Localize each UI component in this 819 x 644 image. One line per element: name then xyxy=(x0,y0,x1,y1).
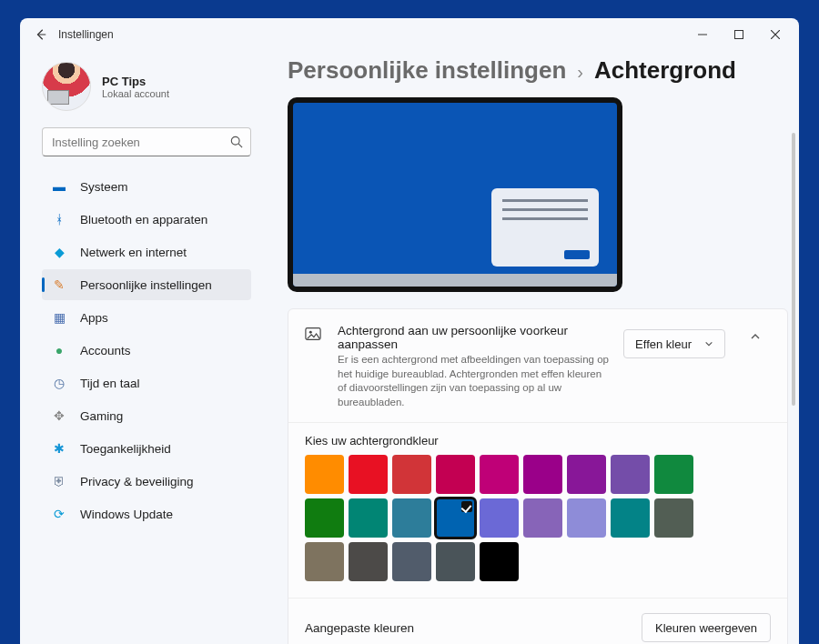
color-swatch-19[interactable] xyxy=(349,542,388,581)
scrollbar[interactable] xyxy=(792,133,795,406)
settings-window: Instellingen PC Tips Lokaal account ▬Sys… xyxy=(20,18,799,644)
breadcrumb: Persoonlijke instellingen › Achtergrond xyxy=(288,56,788,85)
color-swatch-9[interactable] xyxy=(305,498,344,538)
nav-personalization[interactable]: ✎Persoonlijke instellingen xyxy=(42,269,251,300)
desktop-preview-screen xyxy=(293,103,617,287)
profile-block[interactable]: PC Tips Lokaal account xyxy=(42,62,251,111)
background-card-description: Er is een achtergrond met afbeeldingen v… xyxy=(338,353,609,409)
color-swatch-13[interactable] xyxy=(480,498,519,538)
apps-icon: ▦ xyxy=(51,309,67,326)
custom-colors-row: Aangepaste kleuren Kleuren weergeven xyxy=(288,599,787,644)
titlebar: Instellingen xyxy=(20,18,799,51)
color-swatch-6[interactable] xyxy=(567,455,606,494)
minimize-button[interactable] xyxy=(684,21,721,48)
svg-rect-1 xyxy=(735,31,743,39)
color-swatch-18[interactable] xyxy=(305,542,344,581)
close-button[interactable] xyxy=(757,21,794,48)
color-swatch-11[interactable] xyxy=(392,498,431,538)
image-icon xyxy=(305,326,323,342)
sidebar: PC Tips Lokaal account ▬Systeem ᚼBluetoo… xyxy=(20,51,266,644)
window-title: Instellingen xyxy=(58,28,114,41)
accessibility-icon: ✱ xyxy=(51,440,67,457)
nav-privacy[interactable]: ⛨Privacy & beveiliging xyxy=(42,466,251,497)
color-swatch-7[interactable] xyxy=(611,455,650,494)
color-swatch-0[interactable] xyxy=(305,455,344,494)
nav-bluetooth[interactable]: ᚼBluetooth en apparaten xyxy=(42,204,251,235)
main-panel: Persoonlijke instellingen › Achtergrond … xyxy=(266,51,799,644)
color-swatch-16[interactable] xyxy=(611,498,650,538)
profile-name: PC Tips xyxy=(102,75,169,88)
color-swatch-17[interactable] xyxy=(654,498,693,538)
shield-icon: ⛨ xyxy=(51,473,67,489)
maximize-button[interactable] xyxy=(721,21,757,48)
nav-windows-update[interactable]: ⟳Windows Update xyxy=(42,498,251,529)
background-type-dropdown[interactable]: Effen kleur xyxy=(623,329,725,358)
show-colors-button[interactable]: Kleuren weergeven xyxy=(642,613,771,642)
color-swatch-10[interactable] xyxy=(349,498,388,538)
nav-accessibility[interactable]: ✱Toegankelijkheid xyxy=(42,433,251,464)
search-input[interactable] xyxy=(50,135,230,150)
svg-point-5 xyxy=(309,331,312,334)
svg-point-2 xyxy=(231,136,239,145)
avatar xyxy=(42,62,91,111)
swatch-grid xyxy=(305,455,696,581)
nav-time-language[interactable]: ◷Tijd en taal xyxy=(42,367,251,398)
color-swatch-3[interactable] xyxy=(436,455,475,494)
nav-system[interactable]: ▬Systeem xyxy=(42,171,251,202)
color-swatch-1[interactable] xyxy=(349,455,388,494)
custom-colors-label: Aangepaste kleuren xyxy=(305,621,414,635)
color-swatch-4[interactable] xyxy=(480,455,519,494)
nav-accounts[interactable]: ●Accounts xyxy=(42,335,251,366)
svg-line-3 xyxy=(238,144,242,147)
color-swatch-20[interactable] xyxy=(392,542,431,581)
breadcrumb-separator: › xyxy=(577,62,583,83)
bluetooth-icon: ᚼ xyxy=(51,211,67,227)
color-swatch-2[interactable] xyxy=(392,455,431,494)
person-icon: ● xyxy=(51,342,67,358)
collapse-button[interactable] xyxy=(740,331,771,342)
update-icon: ⟳ xyxy=(51,506,67,522)
color-swatch-15[interactable] xyxy=(567,498,606,538)
breadcrumb-parent[interactable]: Persoonlijke instellingen xyxy=(288,56,566,85)
preview-taskbar xyxy=(293,274,617,287)
desktop-preview xyxy=(288,97,622,292)
wifi-icon: ◆ xyxy=(51,244,67,260)
color-swatch-8[interactable] xyxy=(654,455,693,494)
search-icon xyxy=(230,136,243,148)
color-swatch-21[interactable] xyxy=(436,542,475,581)
color-swatch-5[interactable] xyxy=(523,455,562,494)
globe-icon: ◷ xyxy=(51,375,67,391)
color-swatch-12[interactable] xyxy=(436,498,475,538)
color-swatch-22[interactable] xyxy=(480,542,519,581)
search-box[interactable] xyxy=(42,127,251,156)
background-card: Achtergrond aan uw persoonlijke voorkeur… xyxy=(288,308,788,644)
nav-network[interactable]: ◆Netwerk en internet xyxy=(42,236,251,267)
color-swatch-14[interactable] xyxy=(523,498,562,538)
brush-icon: ✎ xyxy=(51,277,67,293)
profile-subtitle: Lokaal account xyxy=(102,88,169,99)
color-swatch-section: Kies uw achtergrondkleur xyxy=(288,423,787,599)
nav-apps[interactable]: ▦Apps xyxy=(42,302,251,333)
page-title: Achtergrond xyxy=(594,56,736,85)
gamepad-icon: ✥ xyxy=(51,408,67,424)
chevron-down-icon xyxy=(704,339,713,348)
background-card-title: Achtergrond aan uw persoonlijke voorkeur… xyxy=(338,324,609,351)
preview-window-icon xyxy=(491,188,599,267)
display-icon: ▬ xyxy=(51,178,67,195)
background-card-header: Achtergrond aan uw persoonlijke voorkeur… xyxy=(288,309,787,423)
window-controls xyxy=(684,21,794,48)
swatch-heading: Kies uw achtergrondkleur xyxy=(305,434,771,448)
back-button[interactable] xyxy=(25,21,56,48)
content-area: PC Tips Lokaal account ▬Systeem ᚼBluetoo… xyxy=(20,51,799,644)
nav: ▬Systeem ᚼBluetooth en apparaten ◆Netwer… xyxy=(42,171,251,529)
nav-gaming[interactable]: ✥Gaming xyxy=(42,400,251,431)
